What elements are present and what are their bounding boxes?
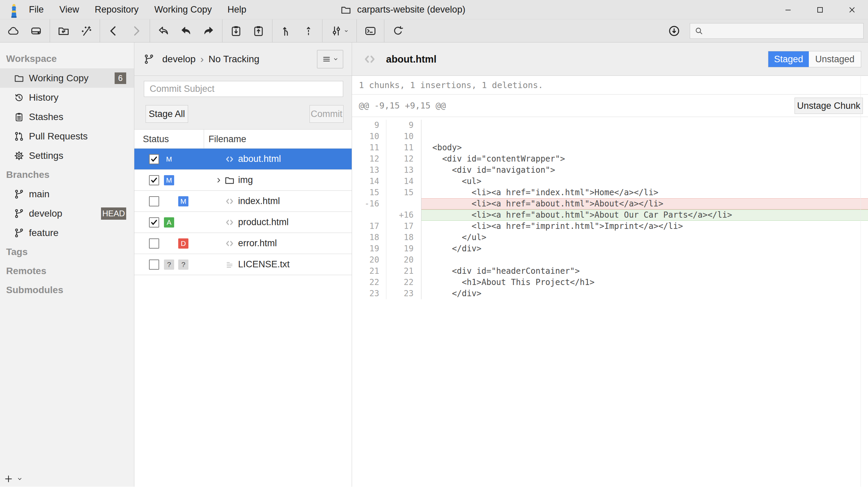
back-button[interactable]	[104, 21, 123, 40]
file-row-error-html[interactable]: Derror.html	[134, 233, 352, 254]
sidebar-item-history[interactable]: History	[0, 88, 134, 107]
stage-checkbox[interactable]	[149, 259, 159, 270]
sidebar-section-submodules[interactable]: Submodules	[0, 281, 134, 300]
search-input[interactable]	[707, 26, 859, 36]
menu-working-copy[interactable]: Working Copy	[154, 4, 212, 15]
file-row-license-txt[interactable]: ??LICENSE.txt	[134, 254, 352, 275]
stash-pop-button[interactable]	[249, 21, 268, 40]
expand-chevron-icon[interactable]	[215, 176, 223, 184]
commit-button[interactable]: Commit	[310, 105, 344, 123]
menu-bar: FileViewRepositoryWorking CopyHelp	[29, 4, 246, 15]
diff-scrollbar[interactable]	[861, 76, 861, 487]
old-line-number: 15	[352, 187, 386, 198]
toolbar	[0, 19, 868, 43]
tab-unstaged[interactable]: Unstaged	[809, 51, 861, 67]
sidebar-item-feature[interactable]: feature	[0, 223, 134, 242]
sidebar-item-main[interactable]: main	[0, 184, 134, 204]
share-button[interactable]	[154, 21, 173, 40]
sidebar-item-label: main	[29, 189, 50, 200]
pull-icon	[180, 24, 193, 37]
old-line-number	[352, 209, 386, 221]
old-line-number: 22	[352, 277, 386, 288]
file-row-index-html[interactable]: Mindex.html	[134, 191, 352, 212]
stash-pop-icon	[252, 24, 265, 37]
unstage-chunk-button[interactable]: Unstage Chunk	[795, 98, 863, 114]
new-line-number: 22	[386, 277, 421, 288]
minimize-button[interactable]	[772, 0, 804, 19]
sidebar-section-branches[interactable]: Branches	[0, 165, 134, 184]
compare-button[interactable]	[327, 21, 352, 40]
change-count-badge: 6	[115, 72, 126, 84]
file-name: error.html	[238, 238, 277, 249]
file-name: index.html	[238, 196, 280, 206]
diff-code-text: <div id="headerContainer">	[421, 266, 868, 277]
sidebar-item-settings[interactable]: Settings	[0, 146, 134, 165]
sidebar-item-label: History	[29, 92, 59, 103]
rebase-button[interactable]	[299, 21, 318, 40]
status-badge-plain: M	[164, 154, 174, 164]
drive-button[interactable]	[27, 21, 46, 40]
file-name: LICENSE.txt	[238, 259, 290, 270]
magic-wand-button[interactable]	[77, 21, 96, 40]
old-line-number: 20	[352, 254, 386, 266]
sidebar-section-tags[interactable]: Tags	[0, 242, 134, 262]
merge-button[interactable]	[277, 21, 296, 40]
sidebar-item-stashes[interactable]: Stashes	[0, 107, 134, 127]
sidebar-section-remotes[interactable]: Remotes	[0, 262, 134, 281]
diff-code-text: </div>	[421, 243, 868, 254]
diff-code-text: <li><a href="imprint.html">Imprint</a></…	[421, 221, 868, 232]
terminal-button[interactable]	[361, 21, 380, 40]
stage-checkbox[interactable]	[149, 154, 159, 164]
push-button[interactable]	[199, 21, 218, 40]
fetch-button[interactable]	[665, 21, 684, 40]
branch-options-button[interactable]	[317, 50, 343, 68]
sidebar: WorkspaceWorking Copy6HistoryStashesPull…	[0, 43, 134, 487]
sidebar-section-workspace[interactable]: Workspace	[0, 49, 134, 68]
code-icon	[224, 154, 235, 165]
sidebar-item-label: Pull Requests	[29, 131, 88, 142]
stage-checkbox[interactable]	[149, 196, 159, 206]
menu-file[interactable]: File	[29, 4, 44, 15]
merge-icon	[280, 24, 293, 37]
old-line-number: 19	[352, 243, 386, 254]
sidebar-item-pull-requests[interactable]: Pull Requests	[0, 127, 134, 146]
menu-repository[interactable]: Repository	[95, 4, 139, 15]
file-row-product-html[interactable]: Aproduct.html	[134, 212, 352, 233]
diff-body: 9910101111<body>1212 <div id="contentWra…	[352, 117, 868, 299]
old-line-number: 9	[352, 120, 386, 131]
current-branch[interactable]: develop	[162, 54, 196, 65]
new-line-number: 14	[386, 176, 421, 187]
close-button[interactable]	[836, 0, 868, 19]
sidebar-item-label: Working Copy	[29, 73, 88, 84]
stage-checkbox[interactable]	[149, 175, 159, 185]
sidebar-item-working-copy[interactable]: Working Copy6	[0, 68, 134, 88]
sidebar-item-develop[interactable]: developHEAD	[0, 204, 134, 223]
menu-help[interactable]: Help	[228, 4, 247, 15]
stash-save-button[interactable]	[227, 21, 246, 40]
old-line-number: -16	[352, 198, 386, 209]
titlebar: FileViewRepositoryWorking CopyHelp carpa…	[0, 0, 868, 19]
add-repository-chevron-icon[interactable]	[16, 475, 23, 482]
window-title-cluster: carparts-website (develop)	[340, 0, 465, 19]
forward-button	[127, 21, 146, 40]
file-row-img[interactable]: Mimg	[134, 170, 352, 191]
refresh-button[interactable]	[388, 21, 407, 40]
commit-subject-input[interactable]	[144, 81, 343, 97]
stage-all-button[interactable]: Stage All	[146, 105, 188, 123]
pull-request-icon	[14, 131, 24, 142]
new-line-number: 11	[386, 142, 421, 153]
diff-code-text: <li><a href="index.html">Home</a></li>	[421, 187, 868, 198]
tracking-status[interactable]: No Tracking	[208, 54, 259, 65]
folder-return-button[interactable]	[54, 21, 73, 40]
file-row-about-html[interactable]: Mabout.html	[134, 149, 352, 170]
cloud-button[interactable]	[4, 21, 23, 40]
tab-staged[interactable]: Staged	[768, 51, 809, 67]
compare-icon	[330, 24, 343, 37]
add-repository-icon[interactable]	[3, 474, 14, 484]
maximize-button[interactable]	[804, 0, 836, 19]
stage-checkbox[interactable]	[149, 217, 159, 228]
stage-checkbox[interactable]	[149, 238, 159, 249]
file-table-header: Status Filename	[134, 129, 352, 149]
menu-view[interactable]: View	[60, 4, 79, 15]
pull-button[interactable]	[177, 21, 196, 40]
